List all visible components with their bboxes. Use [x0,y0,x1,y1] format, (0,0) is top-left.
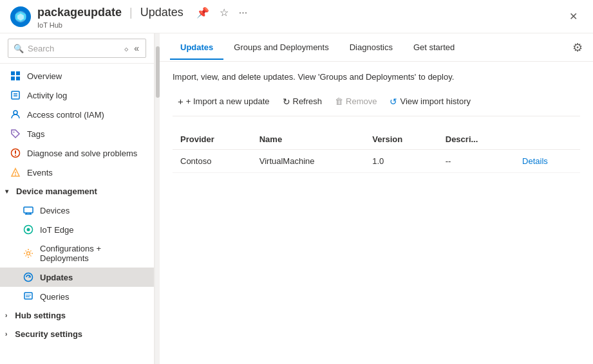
plus-icon: + [178,96,184,107]
sidebar-options-button[interactable]: ⬦ [122,42,130,55]
sidebar-item-activity-log[interactable]: Activity log [0,86,154,105]
sidebar-label-security-settings: Security settings [15,329,82,339]
search-box[interactable]: 🔍 ⬦ « [8,39,146,58]
tab-updates[interactable]: Updates [170,36,223,60]
devices-icon [23,205,33,215]
favorite-button[interactable]: ☆ [217,4,231,21]
svg-point-22 [27,252,30,255]
sidebar-controls: ⬦ « [122,42,140,55]
svg-point-9 [14,132,15,133]
svg-rect-16 [24,207,33,213]
col-description: Descri... [438,129,514,150]
tab-diagnostics[interactable]: Diagnostics [339,36,403,60]
events-icon [10,167,21,177]
tab-get-started[interactable]: Get started [403,36,465,60]
trash-icon: 🗑 [335,96,343,106]
remove-label: Remove [346,96,377,106]
svg-rect-24 [24,293,32,299]
app-header: packageupdate | Updates 📌 ☆ ··· IoT Hub … [0,0,593,33]
svg-rect-1 [11,71,15,75]
import-update-button[interactable]: + + Import a new update [173,92,275,111]
cell-name: VirtualMachine [252,150,365,173]
queries-icon [23,291,33,302]
sidebar-item-access-control[interactable]: Access control (IAM) [0,105,154,124]
remove-button[interactable]: 🗑 Remove [330,93,382,110]
sidebar-label-queries: Queries [40,292,70,302]
sidebar-item-tags[interactable]: Tags [0,124,154,143]
search-icon: 🔍 [14,44,24,53]
sidebar-item-configurations[interactable]: Configurations + Deployments [0,239,154,268]
sidebar-label-devices: Devices [40,206,70,215]
sidebar-scrollbar[interactable] [155,33,160,364]
refresh-label: Refresh [293,96,323,106]
cell-provider: Contoso [173,150,252,173]
col-provider: Provider [173,129,252,150]
sidebar-nav: Overview Activity log Access control (IA… [0,64,154,364]
sidebar-label-overview: Overview [27,71,62,81]
table-header: Provider Name Version Descri... [173,129,580,150]
sidebar-category-security-settings[interactable]: › Security settings [0,325,154,343]
content-toolbar: + + Import a new update ↻ Refresh 🗑 Remo… [173,92,580,116]
details-link[interactable]: Details [522,156,548,166]
sidebar-category-device-management[interactable]: ▾ Device management [0,182,154,201]
sidebar-item-events[interactable]: Events [0,163,154,182]
diagnose-icon [10,148,21,158]
svg-rect-4 [16,77,20,80]
import-update-label: + Import a new update [186,96,270,106]
cell-version: 1.0 [364,150,437,173]
sidebar-item-overview[interactable]: Overview [0,66,154,86]
sidebar-label-activity-log: Activity log [27,91,67,100]
sidebar: 🔍 ⬦ « Overview Activity [0,33,155,364]
svg-rect-3 [11,77,15,80]
tab-bar: Updates Groups and Deployments Diagnosti… [160,33,593,62]
sidebar-item-diagnose[interactable]: Diagnose and solve problems [0,143,154,163]
sidebar-search-section: 🔍 ⬦ « [0,33,154,64]
col-action [514,129,580,150]
content-body: Import, view, and delete updates. View '… [160,62,593,364]
scrollbar-thumb[interactable] [156,46,160,98]
svg-point-12 [15,155,16,156]
sidebar-label-device-management: Device management [16,187,97,196]
sidebar-collapse-button[interactable]: « [133,42,140,55]
updates-table: Provider Name Version Descri... Contoso … [173,129,580,173]
sidebar-label-events: Events [27,168,53,177]
sidebar-item-updates[interactable]: Updates [0,268,154,287]
resource-type: IoT Hub [37,21,250,29]
tab-groups-deployments[interactable]: Groups and Deployments [223,36,339,60]
more-button[interactable]: ··· [236,5,250,21]
search-input[interactable] [28,44,118,53]
sidebar-label-configurations: Configurations + Deployments [40,244,144,263]
sidebar-label-updates: Updates [40,273,73,282]
sidebar-category-hub-settings[interactable]: › Hub settings [0,306,154,325]
overview-icon [10,71,21,81]
pin-button[interactable]: 📌 [194,4,212,21]
page-title: Updates [140,6,184,19]
app-logo [10,6,31,27]
sidebar-item-devices[interactable]: Devices [0,201,154,220]
svg-point-8 [14,111,17,114]
sidebar-label-hub-settings: Hub settings [15,311,66,320]
access-control-icon [10,109,21,120]
tab-settings-button[interactable]: ⚙ [572,41,583,55]
resource-name: packageupdate [37,6,122,19]
sidebar-item-queries[interactable]: Queries [0,287,154,306]
cell-description: -- [438,150,514,173]
refresh-button[interactable]: ↻ Refresh [278,93,328,111]
sidebar-label-diagnose: Diagnose and solve problems [27,149,137,158]
updates-icon [23,272,33,282]
sidebar-label-access-control: Access control (IAM) [27,110,104,120]
sidebar-label-iot-edge: IoT Edge [40,225,74,235]
expand-icon-security: › [5,331,7,338]
view-history-button[interactable]: ↺ View import history [384,93,476,111]
main-layout: 🔍 ⬦ « Overview Activity [0,33,593,364]
svg-rect-2 [16,71,20,75]
close-button[interactable]: ✕ [564,8,583,25]
col-version: Version [364,129,437,150]
cell-details: Details [514,150,580,173]
svg-point-21 [27,228,30,232]
table-body: Contoso VirtualMachine 1.0 -- Details [173,150,580,173]
table-row: Contoso VirtualMachine 1.0 -- Details [173,150,580,173]
svg-point-15 [15,174,16,176]
sidebar-item-iot-edge[interactable]: IoT Edge [0,220,154,239]
history-label: View import history [400,96,471,106]
